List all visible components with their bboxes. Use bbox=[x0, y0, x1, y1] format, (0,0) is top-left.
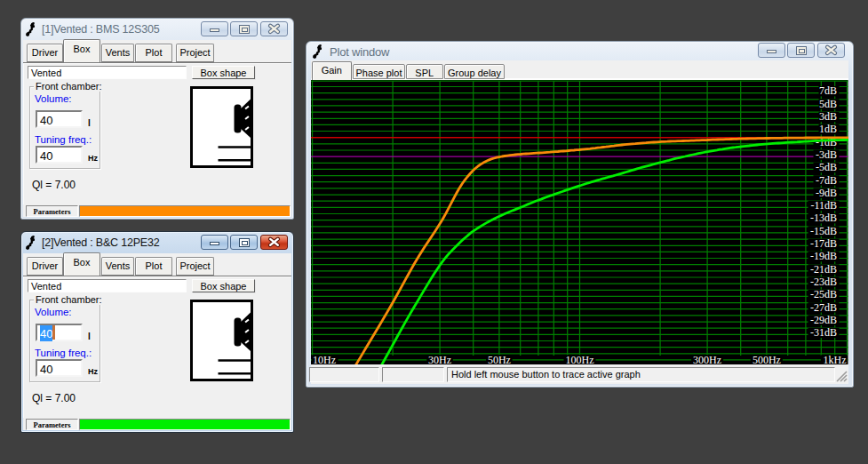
svg-text:-19dB: -19dB bbox=[810, 250, 837, 262]
svg-text:-3dB: -3dB bbox=[816, 148, 837, 160]
svg-text:-31dB: -31dB bbox=[810, 326, 837, 339]
svg-text:-9dB: -9dB bbox=[816, 186, 837, 198]
svg-text:100Hz: 100Hz bbox=[566, 353, 594, 364]
svg-text:-15dB: -15dB bbox=[810, 224, 837, 236]
svg-text:300Hz: 300Hz bbox=[693, 353, 721, 364]
svg-text:-29dB: -29dB bbox=[810, 313, 837, 325]
svg-text:7dB: 7dB bbox=[819, 84, 837, 97]
svg-text:-5dB: -5dB bbox=[816, 161, 837, 173]
svg-text:10Hz: 10Hz bbox=[313, 353, 336, 364]
svg-text:-17dB: -17dB bbox=[810, 237, 837, 250]
svg-text:-23dB: -23dB bbox=[810, 275, 837, 287]
svg-text:-21dB: -21dB bbox=[810, 262, 837, 275]
svg-text:5dB: 5dB bbox=[819, 97, 837, 109]
svg-text:30Hz: 30Hz bbox=[428, 353, 451, 364]
svg-text:1dB: 1dB bbox=[819, 123, 837, 135]
svg-text:-13dB: -13dB bbox=[810, 212, 837, 224]
svg-text:-11dB: -11dB bbox=[810, 199, 837, 212]
svg-text:-27dB: -27dB bbox=[810, 300, 837, 313]
svg-text:3dB: 3dB bbox=[819, 110, 837, 123]
svg-text:-7dB: -7dB bbox=[816, 173, 837, 186]
svg-text:50Hz: 50Hz bbox=[488, 353, 511, 364]
svg-text:1kHz: 1kHz bbox=[824, 353, 847, 364]
svg-text:500Hz: 500Hz bbox=[753, 353, 781, 364]
svg-text:-25dB: -25dB bbox=[810, 288, 837, 300]
